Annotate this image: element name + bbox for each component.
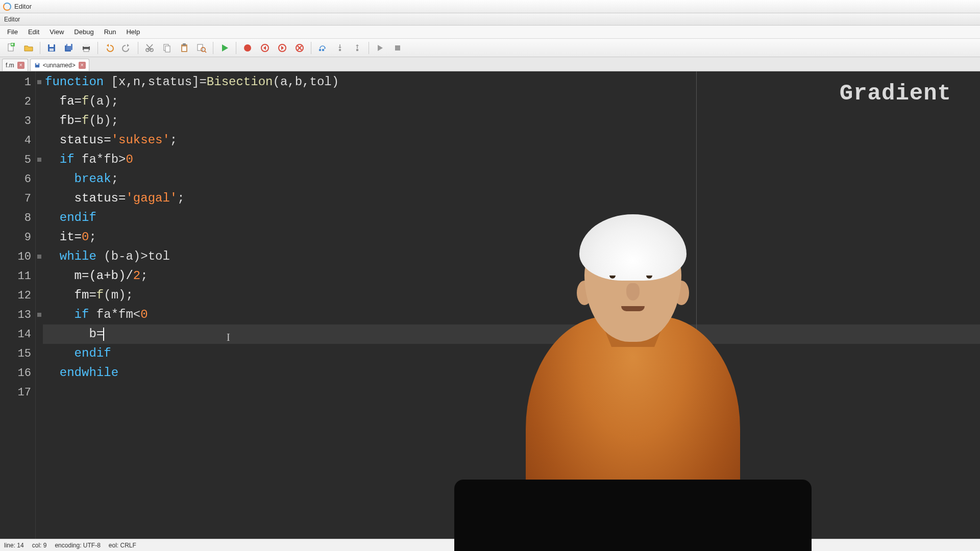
fold-slot — [36, 324, 43, 344]
code-line[interactable]: while (b-a)>tol — [43, 247, 980, 266]
code-line[interactable]: endif — [43, 208, 980, 228]
fold-slot — [36, 208, 43, 228]
toolbar-separator — [40, 42, 40, 54]
code-line[interactable] — [43, 383, 980, 402]
redo-button[interactable] — [118, 41, 135, 55]
save-button[interactable] — [43, 41, 60, 55]
fold-slot — [36, 344, 43, 363]
toolbar-separator — [138, 42, 138, 54]
editor-area[interactable]: 1234567891011121314151617 Gradient funct… — [0, 71, 980, 539]
fold-slot — [36, 383, 43, 402]
fold-slot — [36, 286, 43, 305]
line-number: 14 — [0, 324, 35, 344]
window-title: Editor — [14, 3, 32, 10]
cut-button[interactable] — [141, 41, 158, 55]
code-line[interactable]: it=0; — [43, 228, 980, 247]
line-number: 15 — [0, 344, 35, 363]
code-line[interactable]: endwhile — [43, 363, 980, 383]
line-number: 10 — [0, 247, 35, 266]
fold-marker-icon[interactable] — [36, 72, 43, 92]
clear-breakpoints-button[interactable] — [291, 41, 308, 55]
save-all-button[interactable] — [61, 41, 77, 55]
svg-rect-27 — [356, 49, 358, 51]
code-line[interactable]: fb=f(b); — [43, 111, 980, 131]
tab-unnamed[interactable]: <unnamed> × — [30, 59, 89, 71]
tab-label: f.m — [6, 62, 14, 69]
toolbar — [0, 39, 980, 57]
step-out-button[interactable] — [349, 41, 365, 55]
app-icon — [3, 3, 11, 11]
svg-rect-26 — [339, 49, 341, 51]
fold-slot — [36, 92, 43, 111]
watermark-text: Gradient — [840, 84, 951, 103]
status-col: col: 9 — [32, 542, 47, 549]
svg-rect-28 — [395, 45, 400, 51]
svg-rect-24 — [319, 49, 321, 51]
breakpoint-button[interactable] — [239, 41, 256, 55]
line-number: 2 — [0, 92, 35, 111]
svg-rect-7 — [67, 44, 71, 46]
close-tab-icon[interactable]: × — [17, 62, 24, 69]
toolbar-separator — [213, 42, 213, 54]
continue-button[interactable] — [372, 41, 388, 55]
prev-breakpoint-button[interactable] — [257, 41, 273, 55]
line-number-gutter: 1234567891011121314151617 — [0, 71, 36, 539]
code-line[interactable]: if fa*fm<0 — [43, 305, 980, 324]
menu-run[interactable]: Run — [99, 26, 121, 38]
new-file-button[interactable] — [3, 41, 19, 55]
line-number: 17 — [0, 383, 35, 402]
code-content[interactable]: Gradient function [x,n,status]=Bisection… — [43, 71, 980, 539]
window-titlebar: Editor — [0, 0, 980, 13]
open-file-button[interactable] — [20, 41, 37, 55]
svg-point-20 — [244, 44, 251, 52]
tabbar: f.m × <unnamed> × — [0, 57, 980, 71]
fold-slot — [36, 111, 43, 131]
svg-rect-9 — [84, 44, 89, 47]
stop-button[interactable] — [389, 41, 406, 55]
svg-rect-17 — [182, 46, 186, 51]
fold-slot — [36, 228, 43, 247]
copy-button[interactable] — [159, 41, 175, 55]
menubar: File Edit View Debug Run Help — [0, 26, 980, 39]
close-tab-icon[interactable]: × — [79, 62, 86, 69]
tab-label: <unnamed> — [43, 62, 76, 69]
code-line[interactable]: status='sukses'; — [43, 131, 980, 150]
svg-rect-25 — [322, 49, 324, 51]
line-number: 9 — [0, 228, 35, 247]
fold-slot — [36, 363, 43, 383]
fold-slot — [36, 266, 43, 286]
run-button[interactable] — [216, 41, 233, 55]
undo-button[interactable] — [101, 41, 117, 55]
step-over-button[interactable] — [314, 41, 331, 55]
menu-edit[interactable]: Edit — [23, 26, 44, 38]
code-line[interactable]: if fa*fb>0 — [43, 150, 980, 169]
line-number: 8 — [0, 208, 35, 228]
code-line[interactable]: status='gagal'; — [43, 189, 980, 208]
save-icon — [34, 62, 41, 69]
print-button[interactable] — [78, 41, 94, 55]
svg-rect-4 — [50, 48, 54, 51]
find-replace-button[interactable] — [193, 41, 210, 55]
menu-help[interactable]: Help — [121, 26, 145, 38]
code-line[interactable]: m=(a+b)/2; — [43, 266, 980, 286]
code-line[interactable]: endif — [43, 344, 980, 363]
menu-view[interactable]: View — [44, 26, 69, 38]
fold-marker-icon[interactable] — [36, 150, 43, 169]
code-line[interactable]: b= — [43, 324, 980, 344]
line-number: 5 — [0, 150, 35, 169]
menu-debug[interactable]: Debug — [69, 26, 99, 38]
code-line[interactable]: fm=f(m); — [43, 286, 980, 305]
tab-f-m[interactable]: f.m × — [2, 59, 28, 71]
next-breakpoint-button[interactable] — [274, 41, 290, 55]
svg-rect-3 — [50, 44, 54, 47]
fold-marker-icon[interactable] — [36, 247, 43, 266]
code-line[interactable]: break; — [43, 169, 980, 189]
toolbar-separator — [236, 42, 236, 54]
svg-rect-16 — [183, 43, 186, 45]
fold-marker-icon[interactable] — [36, 305, 43, 324]
paste-button[interactable] — [176, 41, 192, 55]
line-number: 1 — [0, 72, 35, 92]
step-in-button[interactable] — [332, 41, 348, 55]
toolbar-separator — [369, 42, 369, 54]
menu-file[interactable]: File — [2, 26, 23, 38]
